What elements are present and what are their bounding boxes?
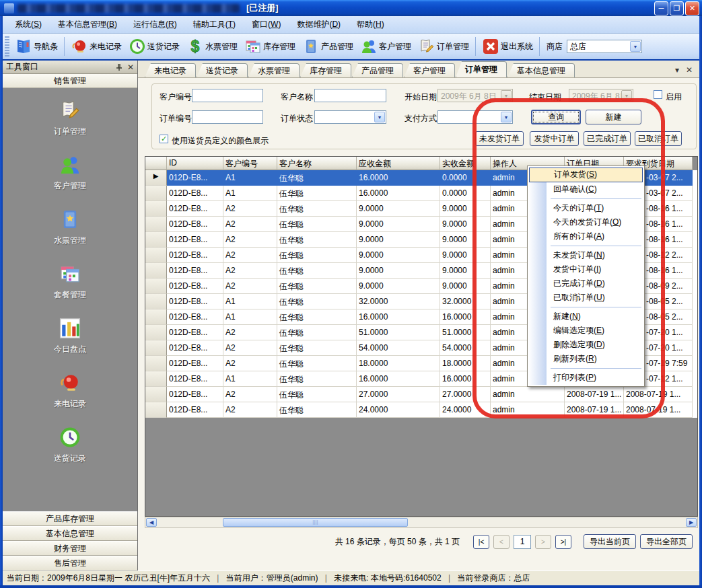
tab-basic-info[interactable]: 基本信息管理 — [507, 63, 575, 77]
context-menu-item-delete-selected[interactable]: 删除选定项(D) — [529, 338, 643, 352]
sidebar-item-orders[interactable]: 订单管理 — [54, 99, 86, 137]
cell-receivable-amount: 9.0000 — [357, 232, 440, 248]
menubar-item-window[interactable]: 窗口(W) — [244, 17, 289, 32]
toolbar-button-label: 客户管理 — [379, 41, 411, 52]
context-menu-item-cancelled-orders[interactable]: 已取消订单(U) — [529, 291, 643, 305]
cell-row-selector — [145, 201, 167, 217]
customer-name-input[interactable] — [314, 89, 386, 102]
cell-id: 012D-E8... — [167, 170, 223, 186]
export-all-pages-button[interactable]: 导出全部页 — [640, 534, 693, 549]
table-row[interactable]: 012D-E8...A2伍华聪27.000027.0000admin2008-0… — [145, 387, 697, 402]
horizontal-scrollbar[interactable]: ◀ ▶ — [145, 517, 698, 528]
maximize-button[interactable]: ❐ — [670, 1, 684, 15]
tab-orders[interactable]: 订单管理 — [456, 61, 507, 77]
order-no-input[interactable] — [192, 110, 263, 124]
context-menu-item-edit-selected[interactable]: 编辑选定项(E) — [529, 324, 643, 338]
tab-water-tickets[interactable]: 水票管理 — [248, 63, 300, 77]
sidebar-item-incoming-calls[interactable]: 来电记录 — [54, 371, 86, 410]
scroll-right-icon[interactable]: ▶ — [686, 518, 697, 527]
sidebar-item-delivery-records[interactable]: 送货记录 — [54, 426, 86, 464]
tab-list-dropdown-icon[interactable]: ▾ — [675, 65, 679, 75]
last-page-button[interactable]: >| — [555, 535, 571, 549]
page-number-input[interactable]: 1 — [514, 535, 531, 549]
cancelled-orders-button[interactable]: 已取消订单 — [635, 131, 682, 146]
toolbar-button-orders[interactable]: 订单管理 — [415, 35, 472, 58]
context-menu-item-completed-orders[interactable]: 已完成订单(D) — [529, 277, 643, 291]
delivery-color-checkbox[interactable]: ✓ — [160, 135, 168, 143]
toolbar-button-water-tickets[interactable]: $水票管理 — [183, 35, 241, 58]
order-status-select[interactable]: ▼ — [314, 110, 386, 124]
sidebar-section-sales[interactable]: 销售管理 — [3, 74, 137, 88]
sidebar-section-finance[interactable]: 财务管理 — [3, 541, 137, 556]
toolbar-button-exit[interactable]: 退出系统 — [479, 35, 536, 58]
unshipped-orders-button[interactable]: 未发货订单 — [475, 131, 524, 146]
context-menu-item-today-orders[interactable]: 今天的订单(T) — [529, 201, 643, 215]
toolbar-button-delivery-records[interactable]: 送货记录 — [125, 35, 183, 58]
sidebar-item-daily-check[interactable]: 今日盘点 — [54, 317, 86, 355]
sidebar-item-packages[interactable]: 套餐管理 — [54, 262, 86, 301]
context-menu-item-receipt-confirm[interactable]: 回单确认(C) — [529, 182, 643, 196]
menubar-item-help[interactable]: 帮助(H) — [349, 17, 392, 32]
cell-receivable-amount: 24.0000 — [357, 402, 440, 418]
sidebar-section-product-inventory[interactable]: 产品库存管理 — [3, 511, 137, 526]
tool-window-title: 工具窗口 — [6, 61, 38, 73]
tab-products[interactable]: 产品管理 — [352, 63, 403, 77]
tab-inventory[interactable]: 库存管理 — [300, 63, 351, 77]
end-date-picker[interactable]: 2009年 6月 8日▼ — [569, 89, 633, 102]
context-menu-item-refresh-list[interactable]: 刷新列表(R) — [529, 352, 643, 366]
start-date-picker[interactable]: 2009年 6月 8日▼ — [437, 89, 513, 102]
toolbar-button-products[interactable]: 产品管理 — [299, 35, 357, 58]
context-menu-item-ship-order[interactable]: 订单发货(S) — [529, 168, 643, 182]
completed-orders-button[interactable]: 已完成订单 — [584, 131, 631, 146]
scrollbar-thumb[interactable] — [223, 518, 408, 527]
first-page-button[interactable]: |< — [473, 535, 489, 549]
sidebar-section-basic-info[interactable]: 基本信息管理 — [3, 526, 137, 541]
cell-customer-no: A1 — [223, 170, 277, 186]
context-menu-item-print-list[interactable]: 打印列表(P) — [529, 371, 643, 385]
menubar-item-basic-info[interactable]: 基本信息管理(B) — [50, 17, 125, 32]
sidebar-section-after-sales[interactable]: 售后管理 — [3, 556, 137, 571]
prev-page-button[interactable]: < — [493, 535, 510, 549]
enable-checkbox[interactable] — [654, 90, 662, 99]
next-page-button[interactable]: > — [535, 535, 551, 549]
menubar-item-system[interactable]: 系统(S) — [7, 17, 50, 32]
pay-method-select[interactable]: ▼ — [437, 110, 513, 124]
export-current-page-button[interactable]: 导出当前页 — [584, 534, 636, 549]
close-button[interactable]: ✕ — [685, 1, 699, 15]
toolbar-button-incoming-calls[interactable]: 来电记录 — [67, 35, 125, 58]
minimize-button[interactable]: ─ — [654, 1, 668, 15]
tab-close-icon[interactable]: ✕ — [686, 65, 693, 75]
tool-window-close-icon[interactable]: ✕ — [127, 63, 134, 72]
inventory-calendar-icon — [244, 38, 262, 55]
pin-icon[interactable] — [116, 63, 122, 71]
context-menu-item-today-shipped-orders[interactable]: 今天的发货订单(O) — [529, 215, 643, 229]
sidebar-item-customers[interactable]: 客户管理 — [54, 153, 86, 192]
tab-customers[interactable]: 客户管理 — [404, 63, 455, 77]
customer-no-input[interactable] — [192, 89, 263, 102]
tab-incoming-calls[interactable]: 来电记录 — [145, 63, 196, 77]
shipping-orders-button[interactable]: 发货中订单 — [530, 131, 579, 146]
context-menu-item-new[interactable]: 新建(N) — [529, 309, 643, 324]
shop-select[interactable]: 总店▼ — [567, 40, 642, 53]
toolbar-button-inventory[interactable]: 库存管理 — [241, 35, 299, 58]
query-button[interactable]: 查询 — [531, 110, 581, 124]
context-menu-item-unshipped-orders[interactable]: 未发货订单(N) — [529, 248, 643, 262]
context-menu-item-shipping-orders[interactable]: 发货中订单(I) — [529, 262, 643, 277]
column-header-id[interactable]: ID — [167, 157, 223, 170]
sidebar-item-water-tickets[interactable]: 水票管理 — [54, 208, 86, 246]
menubar-item-data-maintenance[interactable]: 数据维护(D) — [289, 17, 349, 32]
column-header-row-selector[interactable] — [145, 157, 167, 170]
tab-delivery-records[interactable]: 送货记录 — [197, 63, 248, 77]
scroll-left-icon[interactable]: ◀ — [146, 518, 157, 527]
column-header-customer-name[interactable]: 客户名称 — [277, 157, 357, 170]
toolbar-button-customers[interactable]: 客户管理 — [357, 35, 415, 58]
column-header-customer-no[interactable]: 客户编号 — [223, 157, 277, 170]
toolbar-button-navbar[interactable]: 导航条 — [11, 35, 61, 58]
menubar-item-tools[interactable]: 辅助工具(T) — [185, 17, 244, 32]
context-menu-item-all-orders[interactable]: 所有的订单(A) — [529, 229, 643, 244]
column-header-received-amount[interactable]: 实收金额 — [440, 157, 491, 170]
table-row[interactable]: 012D-E8...A2伍华聪24.000024.0000admin2008-0… — [145, 402, 697, 418]
new-button[interactable]: 新建 — [586, 110, 641, 124]
menubar-item-runtime-info[interactable]: 运行信息(R) — [125, 17, 185, 32]
column-header-receivable-amount[interactable]: 应收金额 — [357, 157, 440, 170]
